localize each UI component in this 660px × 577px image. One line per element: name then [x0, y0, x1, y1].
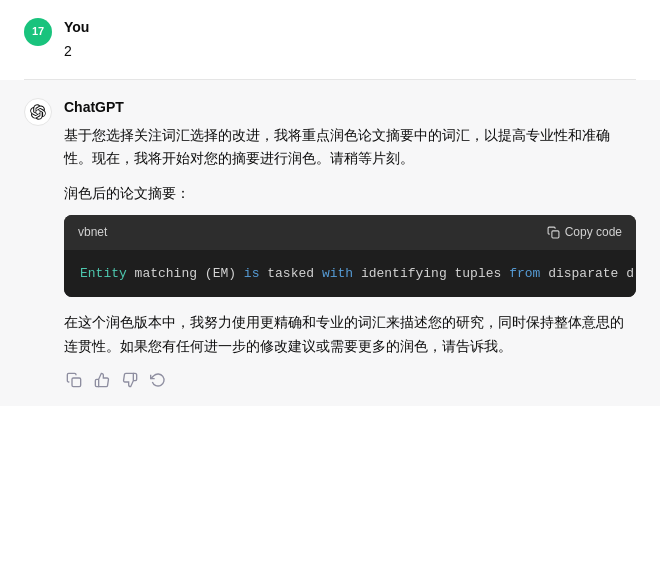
user-content: You 2 [64, 16, 89, 63]
thumbs-up-button[interactable] [92, 370, 112, 390]
assistant-name: ChatGPT [64, 96, 636, 118]
chatgpt-avatar [24, 98, 52, 126]
retry-icon [150, 372, 166, 388]
copy-action-icon [66, 372, 82, 388]
assistant-intro: 基于您选择关注词汇选择的改进，我将重点润色论文摘要中的词汇，以提高专业性和准确性… [64, 124, 636, 170]
thumbs-down-button[interactable] [120, 370, 140, 390]
section-label: 润色后的论文摘要： [64, 182, 636, 204]
code-block-header: vbnet Copy code [64, 215, 636, 250]
thumbs-up-icon [94, 372, 110, 388]
copy-code-button[interactable]: Copy code [547, 225, 622, 239]
code-block-wrapper: vbnet Copy code Entity matching (EM) is … [64, 215, 636, 298]
openai-logo-icon [30, 104, 46, 120]
svg-rect-1 [72, 378, 81, 387]
user-name: You [64, 16, 89, 38]
assistant-message: ChatGPT 基于您选择关注词汇选择的改进，我将重点润色论文摘要中的词汇，以提… [0, 80, 660, 406]
svg-rect-0 [552, 231, 559, 238]
retry-button[interactable] [148, 370, 168, 390]
user-message: 17 You 2 [0, 0, 660, 79]
assistant-content: ChatGPT 基于您选择关注词汇选择的改进，我将重点润色论文摘要中的词汇，以提… [64, 96, 636, 390]
copy-label: Copy code [565, 225, 622, 239]
avatar-initials: 17 [32, 23, 44, 41]
action-bar [64, 370, 636, 390]
chat-container: 17 You 2 ChatGPT 基于您选择关注词汇选择的改进，我将重点润色论文… [0, 0, 660, 406]
code-language: vbnet [78, 223, 107, 242]
user-message-text: 2 [64, 40, 89, 62]
thumbs-down-icon [122, 372, 138, 388]
assistant-footer-text: 在这个润色版本中，我努力使用更精确和专业的词汇来描述您的研究，同时保持整体意思的… [64, 311, 636, 357]
code-block-body: Entity matching (EM) is tasked with iden… [64, 250, 636, 298]
copy-icon [547, 226, 560, 239]
user-avatar: 17 [24, 18, 52, 46]
copy-button[interactable] [64, 370, 84, 390]
code-content: Entity matching (EM) is tasked with iden… [80, 264, 620, 284]
